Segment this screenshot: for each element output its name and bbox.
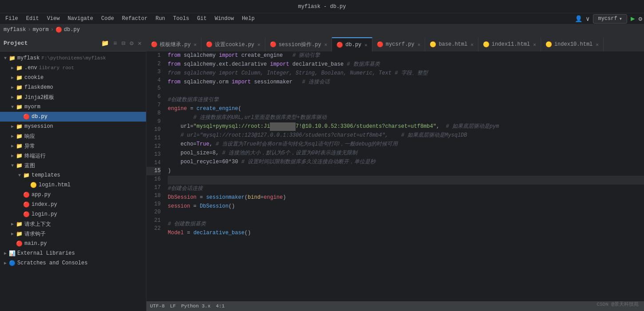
sidebar-item-zhongduanyunxing[interactable]: ▶ 📁 终端运行 (0, 151, 146, 161)
user-icon[interactable]: 👤 ∨ (575, 15, 590, 23)
tab-mycsrf[interactable]: 🔴 mycsrf.py ✕ (372, 37, 425, 51)
tab-dbpy[interactable]: 🔴 db.py ✕ (332, 37, 372, 51)
breadcrumb-part-2[interactable]: db.py (64, 27, 80, 33)
folder-icon-qingqiushangxiawen: 📁 (16, 221, 23, 228)
folder-icon-env: 📁 (16, 65, 23, 71)
folder-icon-xiangying: 📁 (16, 133, 23, 140)
pyfile-icon-indexpy: 🔴 (23, 201, 30, 208)
sidebar-item-xiangying[interactable]: ▶ 📁 响应 (0, 131, 146, 141)
sidebar-item-mysession[interactable]: ▶ 📁 mysession (0, 122, 146, 131)
tab-close-4[interactable]: ✕ (418, 42, 421, 47)
folder-icon-flaskdemo: 📁 (16, 84, 23, 91)
breadcrumb-part-1[interactable]: myorm (33, 27, 49, 33)
tab-label-6: index11.html (492, 41, 530, 47)
sidebar-item-flaskdemo[interactable]: ▶ 📁 flaskdemo (0, 83, 146, 92)
code-editor[interactable]: 12345 678910 1112131415 1617181920 2122 … (146, 51, 644, 301)
menu-tools[interactable]: Tools (170, 15, 193, 23)
run-button[interactable]: ▶ (631, 14, 635, 23)
tree-arrow-templates: ▼ (16, 173, 23, 178)
tree-label-myflask: myflask (17, 55, 40, 61)
tree-arrow-mysession: ▶ (9, 124, 16, 129)
code-line-3: from sqlalchemy import Column, Integer, … (168, 69, 644, 78)
tab-close-3[interactable]: ✕ (364, 42, 367, 48)
sidebar-item-mainpy[interactable]: 🔴 main.py (0, 239, 146, 248)
tree-arrow-flaskdemo: ▶ (9, 85, 16, 90)
sidebar-item-dbpy[interactable]: 🔴 db.py (0, 112, 146, 122)
sidebar-item-env[interactable]: ▶ 📁 .env library root (0, 63, 146, 73)
sidebar-item-qingqiushangxiawen[interactable]: ▶ 📁 请求上下文 (0, 219, 146, 229)
sidebar-item-scratches[interactable]: ▶ 🔵 Scratches and Consoles (0, 258, 146, 268)
tab-icon-2: 🔴 (270, 41, 277, 48)
toolbar-icon-settings[interactable]: ⚙ (129, 39, 134, 48)
gear-icon[interactable]: ⚙ (639, 15, 642, 23)
tree-extra-env: library root (39, 65, 74, 71)
tab-icon-7: 🟡 (545, 41, 552, 48)
sidebar-item-myorm[interactable]: ▼ 📁 myorm (0, 102, 146, 112)
watermark: CSDN @景天科技苑 (597, 301, 639, 307)
run-config-dropdown[interactable]: mycsrf ▾ (593, 14, 627, 24)
code-line-5 (168, 87, 644, 96)
toolbar-icon-collapse[interactable]: ⊟ (121, 39, 126, 48)
tab-basehtml[interactable]: 🟡 base.html ✕ (425, 37, 478, 51)
sidebar-item-cookie[interactable]: ▶ 📁 cookie (0, 73, 146, 83)
code-line-9: url="mysql+pymysql://root:Ji████████7!@1… (168, 122, 644, 131)
menu-file[interactable]: File (2, 15, 22, 23)
tab-shezhicookie[interactable]: 🔴 设置cookie.py ✕ (201, 37, 265, 51)
toolbar-icon-folder[interactable]: 📁 (100, 39, 110, 48)
sidebar-item-jinja2[interactable]: ▶ 📁 Jinja2模板 (0, 92, 146, 102)
sidebar-item-loginpy[interactable]: 🔴 login.py (0, 209, 146, 219)
main-layout: Project 📁 ≡ ⊟ ⚙ ✕ ▼ 📁 myflask F:\pythoni… (0, 35, 644, 311)
tab-mubanjicheng[interactable]: 🔴 模板继承.py ✕ (146, 37, 201, 51)
tab-close-6[interactable]: ✕ (533, 42, 536, 47)
sidebar-item-external-libs[interactable]: ▶ 📊 External Libraries (0, 248, 146, 258)
sidebar-item-luntu[interactable]: ▼ 📁 蓝图 (0, 161, 146, 170)
code-line-11: echo=True, # 当设置为True时会将orm语句转化为sql语句打印，… (168, 140, 644, 149)
sidebar-item-myflask[interactable]: ▼ 📁 myflask F:\pythonitems\myflask (0, 53, 146, 63)
folder-icon-myorm: 📁 (16, 104, 23, 110)
menu-navigate[interactable]: Navigate (64, 15, 97, 23)
tab-label-2: session操作.py (279, 41, 321, 48)
code-line-2: from sqlalchemy.ext.declarative import d… (168, 60, 644, 69)
tree-label-mysession: mysession (24, 123, 53, 130)
tab-session[interactable]: 🔴 session操作.py ✕ (265, 37, 332, 51)
sidebar-item-qingqiugouzi[interactable]: ▶ 📁 请求钩子 (0, 229, 146, 239)
tab-label-7: index10.html (554, 41, 593, 47)
menu-window[interactable]: Window (211, 15, 237, 23)
extlib-icon: 📊 (9, 250, 16, 257)
menu-refactor[interactable]: Refactor (119, 15, 151, 23)
titlebar-title: myflask - db.py (298, 4, 346, 10)
tree-label-env: .env (24, 65, 37, 71)
code-line-21: Model = declarative_base() (168, 229, 644, 238)
menu-edit[interactable]: Edit (23, 15, 43, 23)
sidebar-item-templates[interactable]: ▼ 📁 templates (0, 170, 146, 180)
tab-close-5[interactable]: ✕ (470, 42, 474, 47)
code-line-22 (168, 238, 644, 247)
tree-arrow-xiangying: ▶ (9, 134, 16, 139)
folder-icon-yichang: 📁 (16, 143, 23, 150)
menu-view[interactable]: View (43, 15, 63, 23)
tab-index11html[interactable]: 🟡 index11.html ✕ (478, 37, 541, 51)
sidebar-item-indexpy[interactable]: 🔴 index.py (0, 200, 146, 209)
tree-label-yichang: 异常 (24, 142, 35, 150)
breadcrumb-sep-1: › (51, 27, 54, 33)
code-line-12: pool_size=8, # 连接池的大小，默认为5个，设置为0时表示连接无限制 (168, 149, 644, 158)
sidebar-item-apppy[interactable]: 🔴 app.py (0, 190, 146, 200)
menu-git[interactable]: Git (194, 15, 210, 23)
tab-close-2[interactable]: ✕ (324, 42, 328, 47)
tree-arrow-myorm: ▼ (9, 105, 16, 110)
menu-run[interactable]: Run (152, 15, 169, 23)
menu-code[interactable]: Code (98, 15, 118, 23)
tab-icon-0: 🔴 (151, 41, 158, 48)
sidebar-item-loginhtml[interactable]: 🟡 login.html (0, 180, 146, 190)
menu-help[interactable]: Help (238, 15, 258, 23)
sidebar-item-yichang[interactable]: ▶ 📁 异常 (0, 141, 146, 151)
tab-close-0[interactable]: ✕ (194, 42, 197, 47)
code-area[interactable]: from sqlalchemy import create_engine # 驱… (164, 51, 644, 301)
tab-bar: 🔴 模板继承.py ✕ 🔴 设置cookie.py ✕ 🔴 session操作.… (146, 35, 644, 51)
tab-close-1[interactable]: ✕ (257, 42, 261, 47)
tab-close-7[interactable]: ✕ (596, 42, 599, 47)
toolbar-icon-list[interactable]: ≡ (112, 39, 118, 48)
toolbar-icon-close[interactable]: ✕ (137, 39, 142, 48)
breadcrumb-part-0[interactable]: myflask (4, 27, 26, 33)
tab-index10html[interactable]: 🟡 index10.html ✕ (541, 37, 604, 51)
